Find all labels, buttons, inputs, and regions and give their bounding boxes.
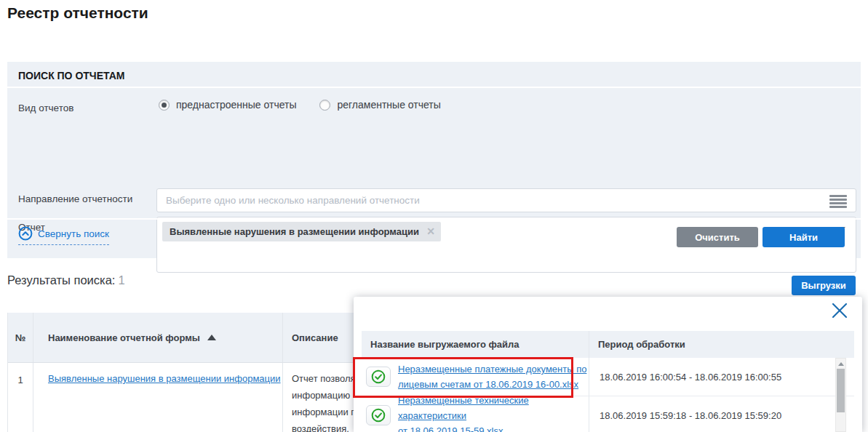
- radio-preset-label: преднастроенные отчеты: [176, 99, 296, 111]
- report-form-link[interactable]: Выявленные нарушения в размещении информ…: [48, 373, 281, 384]
- remove-tag-icon[interactable]: ✕: [426, 225, 435, 237]
- close-icon[interactable]: [830, 301, 849, 320]
- exports-popup: Название выгружаемого файла Период обраб…: [354, 297, 862, 432]
- results-summary: Результаты поиска:1: [7, 273, 125, 287]
- clear-button[interactable]: Очистить: [677, 227, 758, 247]
- success-check-icon[interactable]: [366, 405, 391, 425]
- exports-table: Название выгружаемого файла Период обраб…: [362, 331, 854, 432]
- collapse-search-link[interactable]: Свернуть поиск: [18, 226, 109, 245]
- direction-label: Направление отчетности: [18, 193, 132, 204]
- export-row: Неразмещенные технические характеристики…: [362, 396, 854, 432]
- column-header-num[interactable]: №: [8, 313, 33, 362]
- scroll-up-icon[interactable]: [838, 362, 844, 366]
- radio-regulated-reports[interactable]: регламентные отчеты: [319, 99, 440, 111]
- export-row: Неразмещенные платежные документы по лиц…: [362, 358, 854, 396]
- hamburger-icon[interactable]: [829, 195, 847, 208]
- row-number: 1: [8, 363, 33, 432]
- chevron-up-circle-icon: [18, 226, 33, 241]
- success-check-icon[interactable]: [366, 367, 391, 387]
- radio-unselected-icon[interactable]: [319, 100, 330, 111]
- popup-scrollbar[interactable]: [835, 358, 846, 432]
- search-panel-title: ПОИСК ПО ОТЧЕТАМ: [7, 62, 861, 88]
- results-label: Результаты поиска:: [7, 273, 115, 287]
- selected-report-tag-text: Выявленные нарушения в размещении информ…: [170, 226, 419, 237]
- report-description: Отчет позволя информацию информации п во…: [292, 370, 356, 432]
- export-file-link[interactable]: Неразмещенные платежные документы по лиц…: [398, 361, 586, 392]
- column-header-name[interactable]: Наименование отчетной формы: [33, 313, 283, 362]
- export-period: 18.06.2019 15:59:18 - 18.06.2019 15:59:2…: [589, 396, 854, 432]
- export-period: 18.06.2019 16:00:54 - 18.06.2019 16:00:5…: [589, 358, 854, 396]
- direction-input[interactable]: Выберите одно или несколько направлений …: [156, 188, 856, 212]
- collapse-search-label: Свернуть поиск: [38, 228, 109, 239]
- scrollbar-thumb[interactable]: [837, 369, 845, 412]
- search-button[interactable]: Найти: [763, 227, 845, 247]
- exports-button[interactable]: Выгрузки: [792, 276, 856, 295]
- search-panel: ПОИСК ПО ОТЧЕТАМ Вид отчетов преднастрое…: [7, 62, 861, 258]
- report-registry-page: Реестр отчетности ПОИСК ПО ОТЧЕТАМ Вид о…: [0, 0, 868, 432]
- selected-report-tag: Выявленные нарушения в размещении информ…: [162, 222, 441, 241]
- panel-divider: [7, 218, 861, 220]
- report-type-radio-group: преднастроенные отчеты регламентные отче…: [159, 99, 441, 111]
- page-title: Реестр отчетности: [7, 4, 148, 22]
- column-header-file-name: Название выгружаемого файла: [362, 331, 589, 358]
- radio-selected-icon[interactable]: [159, 100, 170, 111]
- sort-ascending-icon[interactable]: [207, 335, 216, 340]
- report-type-label: Вид отчетов: [18, 103, 73, 113]
- column-header-period: Период обработки: [589, 331, 854, 358]
- exports-table-header: Название выгружаемого файла Период обраб…: [362, 331, 854, 358]
- radio-regulated-label: регламентные отчеты: [337, 99, 440, 111]
- export-file-link[interactable]: Неразмещенные технические характеристики…: [398, 393, 589, 432]
- results-count: 1: [118, 273, 124, 287]
- radio-preset-reports[interactable]: преднастроенные отчеты: [159, 99, 296, 111]
- direction-placeholder: Выберите одно или несколько направлений …: [166, 195, 420, 206]
